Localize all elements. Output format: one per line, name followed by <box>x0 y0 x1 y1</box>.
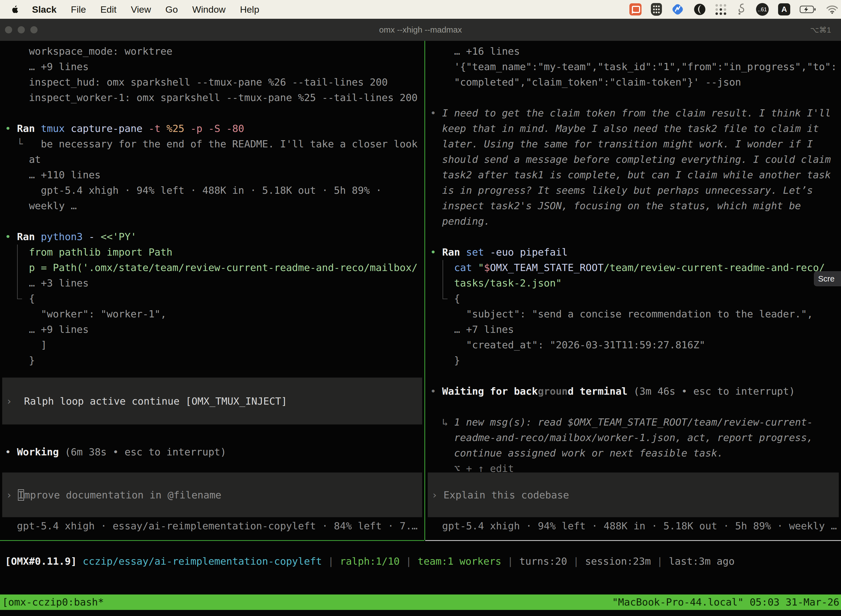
terminal-line: pending. <box>430 214 841 229</box>
spark-blue-icon[interactable] <box>671 3 684 16</box>
pane-hud-left: workspace_mode: worktree … +9 lines insp… <box>0 41 424 540</box>
menu-bar: Slack FileEditViewGoWindowHelp ..61 A <box>0 0 841 19</box>
window-title-bar: omx --xhigh --madmax ⌥⌘1 <box>0 19 841 41</box>
window-title: omx --xhigh --madmax <box>0 19 841 41</box>
inject-banner: › Ralph loop active continue [OMX_TMUX_I… <box>2 378 422 424</box>
terminal-line: … +9 lines <box>5 322 424 337</box>
terminal-line: • I need to get the claim token from the… <box>430 106 841 121</box>
terminal-line: continue assigned work or next feasible … <box>430 446 841 461</box>
prompt-chevron-icon: › <box>6 489 18 501</box>
input-placeholder: Explain this codebase <box>443 489 569 501</box>
terminal-line: • Ran set -euo pipefail <box>430 245 841 260</box>
menu-bar-tray: ..61 A <box>629 0 838 19</box>
menu-item-file[interactable]: File <box>64 4 93 15</box>
terminal-line: ] <box>5 337 424 353</box>
terminal-line: … +16 lines <box>430 44 841 59</box>
left-terminal-lines: workspace_mode: worktree … +9 lines insp… <box>5 44 424 368</box>
terminal-line <box>430 399 841 415</box>
menu-item-go[interactable]: Go <box>158 4 185 15</box>
text-cursor: I <box>18 489 24 501</box>
terminal: workspace_mode: worktree … +9 lines insp… <box>0 41 841 616</box>
dots-grid-icon[interactable] <box>715 4 726 15</box>
terminal-line: inspect_worker-1: omx sparkshell --tmux-… <box>5 90 424 106</box>
terminal-line: task2 after task1 is complete, but can I… <box>430 167 841 183</box>
tmux-session-window[interactable]: [omx-cczip0:bash* <box>0 594 104 610</box>
terminal-line: } <box>5 353 424 368</box>
working-status-line: • Working (6m 38s • esc to interrupt) <box>5 444 226 460</box>
squiggle-icon[interactable] <box>736 3 747 16</box>
right-model-status: gpt-5.4 xhigh · 94% left · 488K in · 5.1… <box>430 518 837 534</box>
terminal-line: from pathlib import Path <box>5 245 424 260</box>
code-block-connector <box>17 245 22 299</box>
window-shortcut-hint: ⌥⌘1 <box>810 19 831 41</box>
input-placeholder: mprove documentation in @filename <box>24 489 221 501</box>
terminal-line: is in progress? It seems likely but perh… <box>430 183 841 198</box>
terminal-line: later. Using the same for transition mig… <box>430 136 841 152</box>
crescent-icon[interactable] <box>693 3 706 16</box>
code-block-connector <box>442 260 448 299</box>
terminal-line: • Ran python3 - <<'PY' <box>5 229 424 245</box>
terminal-line: "subject": "send a concise recommendatio… <box>430 307 841 322</box>
terminal-line <box>5 214 424 229</box>
terminal-line: { <box>430 291 841 307</box>
terminal-line: "worker": "worker-1", <box>5 307 424 322</box>
terminal-line: { <box>5 291 424 307</box>
terminal-line: keep that in mind. Maybe I also need the… <box>430 121 841 136</box>
terminal-line: '{"team_name":"my-team","task_id":"1","f… <box>430 59 841 75</box>
battery-icon[interactable] <box>800 5 817 14</box>
menu-item-edit[interactable]: Edit <box>93 4 124 15</box>
terminal-line: • Waiting for background terminal (3m 46… <box>430 384 841 399</box>
terminal-line: readme-and-reco/mailbox/worker-1.json, a… <box>430 430 841 446</box>
menu-item-window[interactable]: Window <box>185 4 233 15</box>
tmux-status-bar: [omx-cczip0:bash* "MacBook-Pro-44.local"… <box>0 594 841 610</box>
pane-worker-right: … +16 lines '{"team_name":"my-team","tas… <box>425 41 841 540</box>
right-terminal-lines: … +16 lines '{"team_name":"my-team","tas… <box>430 44 841 476</box>
terminal-line: p = Path('.omx/state/team/review-current… <box>5 260 424 276</box>
omx-hud-status-line: [OMX#0.11.9] cczip/essay/ai-reimplementa… <box>5 554 734 569</box>
menu-item-help[interactable]: Help <box>233 4 267 15</box>
terminal-line: └ be necessary for the end of the README… <box>5 136 424 152</box>
terminal-line: … +9 lines <box>5 59 424 75</box>
prompt-input-left[interactable]: › Improve documentation in @filename <box>2 472 422 517</box>
terminal-line: • Ran tmux capture-pane -t %25 -p -S -80 <box>5 121 424 136</box>
terminal-line: cat "$OMX_TEAM_STATE_ROOT/team/review-cu… <box>430 260 841 276</box>
terminal-line: … +110 lines <box>5 167 424 183</box>
terminal-line: inspect task2's JSON, focusing on the st… <box>430 198 841 214</box>
terminal-line: gpt-5.4 xhigh · 94% left · 488K in · 5.1… <box>5 183 424 198</box>
terminal-line <box>5 106 424 121</box>
terminal-line: workspace_mode: worktree <box>5 44 424 59</box>
terminal-line <box>430 229 841 245</box>
apple-logo-icon[interactable] <box>10 4 21 15</box>
terminal-line: … +3 lines <box>5 276 424 291</box>
screen-edge-tooltip: Scre <box>814 271 841 286</box>
tmux-host-clock: "MacBook-Pro-44.local" 05:03 31-Mar-26 <box>612 594 841 610</box>
terminal-line <box>430 90 841 106</box>
terminal-line: should send a message before completing … <box>430 152 841 167</box>
screen: Slack FileEditViewGoWindowHelp ..61 A <box>0 0 841 616</box>
keypad-shield-icon[interactable] <box>651 3 662 16</box>
letter-a-icon[interactable]: A <box>778 3 790 15</box>
terminal-line: at <box>5 152 424 167</box>
prompt-input-right[interactable]: › Explain this codebase <box>428 472 839 517</box>
terminal-line: tasks/task-2.json" <box>430 276 841 291</box>
wifi-icon[interactable] <box>826 5 838 14</box>
terminal-line: "completed","claim_token":"claim-token"}… <box>430 75 841 90</box>
terminal-line: … +7 lines <box>430 322 841 337</box>
terminal-line <box>430 368 841 384</box>
screen-share-badge-icon[interactable] <box>629 3 642 15</box>
terminal-line: inspect_hud: omx sparkshell --tmux-pane … <box>5 75 424 90</box>
menu-app-name[interactable]: Slack <box>25 4 64 15</box>
terminal-line: } <box>430 353 841 368</box>
menu-items: FileEditViewGoWindowHelp <box>64 4 267 15</box>
pane-border-bottom-left <box>0 540 424 541</box>
menu-item-view[interactable]: View <box>124 4 158 15</box>
terminal-line: ↳ 1 new msg(s): read $OMX_TEAM_STATE_ROO… <box>430 415 841 430</box>
terminal-line: weekly … <box>5 198 424 214</box>
terminal-line: "created_at": "2026-03-31T11:59:27.816Z" <box>430 337 841 353</box>
count-badge-icon[interactable]: ..61 <box>756 3 769 16</box>
left-model-status: gpt-5.4 xhigh · essay/ai-reimplementatio… <box>5 518 418 534</box>
prompt-chevron-icon: › <box>432 489 443 501</box>
pane-border-bottom-right <box>425 540 841 541</box>
